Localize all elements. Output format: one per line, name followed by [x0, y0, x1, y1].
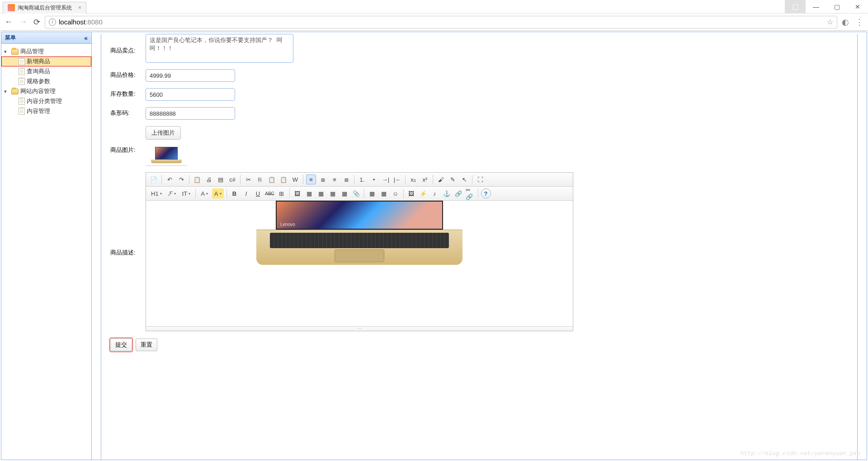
stock-input[interactable]: [146, 88, 235, 101]
tree-node-query-product[interactable]: 查询商品: [1, 66, 91, 76]
upload-image-button[interactable]: 上传图片: [146, 126, 181, 140]
editor-body[interactable]: Lenovo: [146, 201, 573, 326]
reset-button[interactable]: 重置: [136, 339, 157, 351]
tb-table2[interactable]: ▦: [379, 188, 389, 198]
tb-insert-b[interactable]: ▦: [316, 188, 326, 198]
browser-tab[interactable]: 淘淘商城后台管理系统 ×: [3, 2, 86, 14]
barcode-input[interactable]: [146, 107, 235, 120]
tb-underline[interactable]: U: [253, 188, 263, 198]
tb-link[interactable]: 🔗: [453, 188, 463, 198]
close-button[interactable]: ✕: [847, 0, 868, 14]
editor-resize-handle[interactable]: ⋯: [146, 326, 573, 331]
tb-cut[interactable]: ✂: [243, 174, 253, 184]
tb-table[interactable]: ▦: [367, 188, 377, 198]
tree-node-add-product[interactable]: 新增商品: [1, 56, 91, 66]
tb-help[interactable]: ?: [481, 188, 491, 198]
tree-label: 内容管理: [27, 107, 50, 115]
tb-paste-b[interactable]: 📋: [278, 174, 288, 184]
label-description: 商品描述:: [110, 247, 146, 257]
tb-redo[interactable]: ↷: [176, 174, 186, 184]
sidebar: 菜单 « ▾ 商品管理 新增商品 查询商品: [1, 32, 92, 460]
tb-outdent[interactable]: |←: [392, 174, 402, 184]
tb-font-size[interactable]: tT▾: [180, 188, 193, 198]
tree-node-content[interactable]: 内容管理: [1, 106, 91, 116]
tb-insert-c[interactable]: ▦: [328, 188, 338, 198]
tb-insert-a[interactable]: ▦: [304, 188, 314, 198]
tb-paste-word[interactable]: W: [290, 174, 300, 184]
toolbar-separator: [195, 189, 196, 198]
tree-node-spec-params[interactable]: 规格参数: [1, 76, 91, 86]
tb-template[interactable]: ▤: [216, 174, 226, 184]
nav-tree: ▾ 商品管理 新增商品 查询商品 规格参数 ▾: [1, 44, 91, 119]
tree-node-content-mgmt[interactable]: ▾ 网站内容管理: [1, 86, 91, 96]
tb-print[interactable]: 🖨: [204, 174, 214, 184]
url-host: localhost: [59, 18, 85, 26]
tb-paste-doc[interactable]: 📋: [192, 174, 202, 184]
tb-indent[interactable]: →|: [381, 174, 391, 184]
back-button[interactable]: ←: [5, 17, 13, 27]
tree-node-content-category[interactable]: 内容分类管理: [1, 96, 91, 106]
tb-list-ol[interactable]: 1.: [357, 174, 367, 184]
reload-button[interactable]: ⟳: [33, 17, 40, 27]
toolbar-separator: [364, 189, 364, 198]
tb-italic[interactable]: I: [241, 188, 251, 198]
tb-unlink[interactable]: ✂🔗: [465, 188, 475, 198]
url-port: :8080: [85, 18, 103, 26]
globe-icon[interactable]: ◐: [842, 17, 849, 27]
tb-heading[interactable]: H1▾: [149, 188, 164, 198]
favicon: [8, 4, 15, 11]
tb-align-justify[interactable]: ≣: [341, 174, 351, 184]
sidebar-collapse-icon[interactable]: «: [84, 34, 88, 42]
tb-align-right[interactable]: ≡: [330, 174, 340, 184]
tb-abc-strike[interactable]: ABC: [265, 188, 275, 198]
tb-format[interactable]: ✎: [448, 174, 458, 184]
tree-toggle-icon[interactable]: ▾: [4, 89, 9, 94]
user-icon[interactable]: ▢: [785, 0, 806, 14]
tb-insert-d[interactable]: ▦: [340, 188, 349, 198]
tb-source[interactable]: 📄: [149, 174, 159, 184]
tb-bold[interactable]: B: [230, 188, 240, 198]
tb-copy[interactable]: ⎘: [255, 174, 265, 184]
tb-border[interactable]: ⊞: [277, 188, 287, 198]
tab-close-icon[interactable]: ×: [78, 5, 81, 11]
toolbar-separator: [289, 189, 290, 198]
tb-flash[interactable]: ⚡: [418, 188, 428, 198]
url-input[interactable]: i localhost:8080 ☆: [45, 16, 837, 28]
folder-open-icon: [11, 49, 19, 55]
product-image-thumb[interactable]: [146, 145, 187, 166]
tb-paste-a[interactable]: 📋: [267, 174, 277, 184]
tb-select[interactable]: ↖: [459, 174, 469, 184]
bookmark-icon[interactable]: ☆: [827, 18, 833, 26]
tree-toggle-icon[interactable]: ▾: [4, 49, 9, 55]
tb-subscript[interactable]: x₂: [408, 174, 418, 184]
forward-button[interactable]: →: [19, 17, 27, 27]
site-info-icon[interactable]: i: [49, 19, 56, 26]
tree-node-product-mgmt[interactable]: ▾ 商品管理: [1, 47, 91, 56]
tb-align-center[interactable]: ≣: [318, 174, 328, 184]
tb-codeview[interactable]: c#: [227, 174, 237, 184]
selling-point-input[interactable]: [146, 34, 293, 63]
tb-image[interactable]: 🖼: [406, 188, 416, 198]
tb-superscript[interactable]: x²: [420, 174, 430, 184]
minimize-button[interactable]: —: [806, 0, 826, 14]
submit-button[interactable]: 提交: [110, 339, 132, 351]
menu-icon[interactable]: ⋮: [855, 17, 863, 27]
tb-brush[interactable]: 🖌: [436, 174, 446, 184]
tree-label: 内容分类管理: [27, 97, 62, 105]
tb-insert-attach[interactable]: 📎: [351, 188, 361, 198]
tb-smiley[interactable]: ☺: [391, 188, 401, 198]
tb-music[interactable]: ♪: [430, 188, 440, 198]
tb-anchor[interactable]: ⚓: [442, 188, 452, 198]
tree-label: 新增商品: [27, 57, 50, 66]
tb-align-left[interactable]: ≡: [306, 174, 316, 184]
tb-font-family[interactable]: 𝓕▾: [166, 188, 178, 198]
tb-insert-pic[interactable]: 🖼: [292, 188, 302, 198]
tb-font-color[interactable]: A▾: [198, 188, 210, 198]
tb-fullscreen[interactable]: ⛶: [475, 174, 485, 184]
tree-label: 规格参数: [27, 77, 50, 85]
price-input[interactable]: [146, 69, 235, 82]
maximize-button[interactable]: ▢: [826, 0, 847, 14]
tb-bg-color[interactable]: A▾: [212, 188, 224, 198]
tb-undo[interactable]: ↶: [165, 174, 175, 184]
tb-list-ul[interactable]: •: [369, 174, 379, 184]
